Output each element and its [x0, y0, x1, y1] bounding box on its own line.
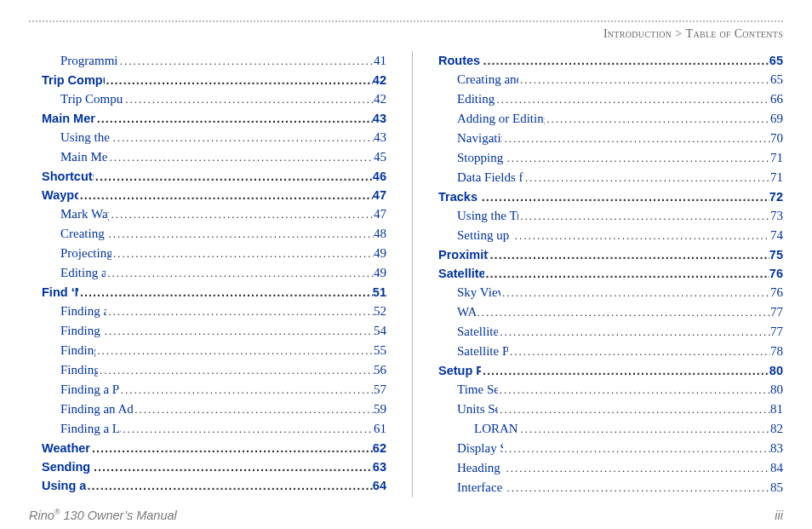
toc-entry-label: Heading Setup Page: [457, 458, 504, 477]
toc-entry-page: 81: [770, 400, 783, 418]
toc-entry[interactable]: Finding an Address or Intersection59: [42, 400, 386, 419]
toc-entry-page: 42: [373, 71, 386, 89]
toc-entry[interactable]: Setting up the Track Log74: [438, 226, 783, 245]
dot-leaders: [498, 381, 770, 400]
dot-leaders: [118, 52, 374, 71]
column-divider: [412, 51, 413, 497]
toc-entry-label: Interface Setup Page: [457, 478, 505, 497]
toc-entry[interactable]: WAAS77: [438, 302, 783, 322]
toc-entry[interactable]: Sky View Graphic76: [438, 283, 783, 302]
toc-entry[interactable]: Adding or Editing from the Route Map Pag…: [438, 109, 783, 129]
dot-leaders: [90, 439, 373, 457]
toc-entry-page: 72: [769, 187, 783, 206]
toc-entry-label: Units Setup Page: [457, 400, 498, 418]
toc-section-entry[interactable]: Waypoints47: [42, 186, 386, 204]
toc-entry-label: Satellite Strength: [457, 322, 498, 341]
toc-entry-page: 49: [374, 263, 386, 282]
dot-leaders: [500, 284, 770, 302]
dot-leaders: [106, 225, 374, 244]
toc-entry[interactable]: Editing a Route66: [438, 89, 783, 109]
toc-entry-label: Editing a Route: [457, 89, 495, 108]
dot-leaders: [484, 264, 769, 283]
toc-entry[interactable]: Display Setup Page83: [438, 439, 783, 458]
toc-entry[interactable]: Using the Main Menu43: [42, 128, 386, 147]
toc-entry[interactable]: Finding a Last Found Place61: [42, 419, 386, 439]
toc-entry-label: Weather Radio: [42, 439, 90, 457]
toc-entry[interactable]: Mark Waypoint Page47: [42, 204, 386, 224]
dot-leaders: [95, 109, 373, 128]
dot-leaders: [86, 476, 373, 495]
toc-entry[interactable]: Projecting a Waypoint49: [42, 244, 386, 263]
toc-entry[interactable]: Satellite Page Options78: [438, 342, 783, 361]
toc-section-entry[interactable]: Tracks Page72: [438, 187, 783, 206]
toc-entry-label: Trip Computer Page: [42, 71, 105, 89]
toc-entry[interactable]: Creating and Using a Route65: [438, 70, 783, 89]
toc-entry[interactable]: Trip Computer Page Options42: [42, 89, 386, 109]
toc-entry[interactable]: Finding an Exit56: [42, 360, 386, 380]
toc-section-entry[interactable]: Satellite Page76: [438, 264, 783, 283]
toc-entry-label: Navigating a Route: [457, 129, 502, 147]
toc-section-entry[interactable]: Main Menu Page43: [42, 109, 386, 128]
dot-leaders: [78, 186, 373, 204]
toc-entry-page: 80: [770, 380, 783, 399]
toc-section-entry[interactable]: Find ‘N Go51: [42, 283, 386, 302]
dot-leaders: [103, 322, 374, 341]
dot-leaders: [480, 187, 769, 206]
toc-entry-page: 80: [769, 361, 783, 380]
dot-leaders: [121, 420, 374, 439]
toc-entry-page: 59: [374, 400, 386, 418]
toc-entry-page: 82: [770, 419, 783, 438]
toc-entry-label: Creating and Using a Route: [457, 70, 518, 89]
toc-entry-page: 41: [374, 51, 386, 70]
toc-entry-page: 48: [374, 224, 386, 243]
toc-entry[interactable]: Satellite Strength77: [438, 322, 783, 342]
toc-entry-label: Using a Goto: [42, 476, 86, 495]
toc-entry[interactable]: Finding a Waypoint52: [42, 302, 386, 321]
toc-section-entry[interactable]: Weather Radio62: [42, 439, 386, 457]
toc-entry-page: 77: [770, 302, 783, 321]
toc-section-entry[interactable]: Routes Page65: [438, 51, 783, 70]
dot-leaders: [506, 149, 770, 168]
toc-section-entry[interactable]: Sending a Note63: [42, 457, 386, 476]
toc-entry[interactable]: Finding a City55: [42, 341, 386, 360]
toc-section-entry[interactable]: Proximity Page75: [438, 245, 783, 264]
toc-entry[interactable]: Main Menu Options45: [42, 147, 386, 167]
dot-leaders: [98, 361, 374, 380]
toc-entry[interactable]: Programming Data Fields41: [42, 51, 386, 71]
toc-entry-page: 47: [374, 204, 386, 223]
toc-section-entry[interactable]: Setup Pages80: [438, 361, 783, 380]
toc-entry[interactable]: Editing a Waypoint49: [42, 263, 386, 283]
dot-leaders: [502, 129, 770, 148]
toc-entry[interactable]: Navigating a Route70: [438, 129, 783, 148]
toc-section-entry[interactable]: Shortcuts Menu46: [42, 167, 386, 186]
toc-entry[interactable]: Creating Waypoints48: [42, 224, 386, 244]
toc-section-entry[interactable]: Trip Computer Page42: [42, 71, 386, 89]
dot-leaders: [112, 244, 374, 263]
toc-entry-label: Finding a Point of Interest: [60, 380, 119, 399]
dot-leaders: [489, 245, 769, 264]
toc-entry-label: Stopping Navigation: [457, 148, 506, 167]
toc-entry-page: 42: [374, 89, 386, 108]
toc-entry[interactable]: Finding a Contact54: [42, 321, 386, 341]
toc-entry-page: 77: [770, 322, 783, 341]
toc-entry[interactable]: Finding a Point of Interest57: [42, 380, 386, 400]
dot-leaders: [95, 342, 374, 360]
toc-entry-page: 75: [769, 245, 783, 264]
toc-entry-page: 57: [374, 380, 386, 399]
toc-entry[interactable]: Data Fields for the Route Page71: [438, 168, 783, 187]
dot-leaders: [503, 440, 770, 458]
toc-entry[interactable]: Time Setup Page80: [438, 380, 783, 400]
toc-entry-page: 66: [770, 89, 783, 108]
toc-entry[interactable]: Interface Setup Page85: [438, 478, 783, 497]
toc-entry-label: Finding an Exit: [60, 360, 98, 379]
dot-leaders: [476, 303, 771, 322]
dot-leaders: [545, 110, 770, 129]
toc-section-entry[interactable]: Using a Goto64: [42, 476, 386, 495]
toc-entry[interactable]: LORAN TD Format82: [438, 419, 783, 439]
footer-product: Rino: [29, 509, 54, 522]
toc-entry[interactable]: Heading Setup Page84: [438, 458, 783, 478]
dot-leaders: [107, 148, 374, 167]
toc-entry[interactable]: Stopping Navigation71: [438, 148, 783, 168]
toc-entry[interactable]: Using the TracBack Feature73: [438, 206, 783, 226]
toc-entry[interactable]: Units Setup Page81: [438, 400, 783, 419]
